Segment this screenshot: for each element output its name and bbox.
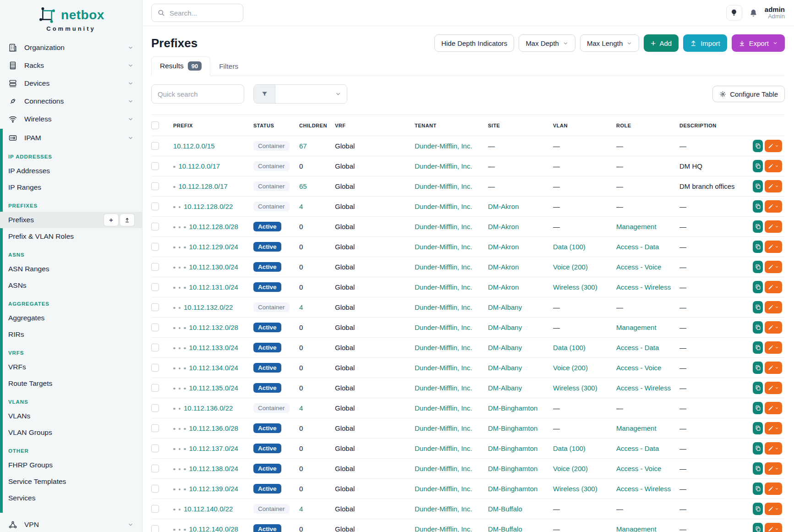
sidebar-group-devices[interactable]: Devices <box>0 74 142 92</box>
sidebar-item-fhrp-groups[interactable]: FHRP Groups <box>0 457 142 473</box>
sidebar-group-vpn[interactable]: VPN <box>0 516 142 532</box>
site-link[interactable]: DM-Binghamton <box>488 424 537 432</box>
edit-prefix-button[interactable] <box>765 220 782 233</box>
edit-prefix-button[interactable] <box>765 402 782 414</box>
role-link[interactable]: Access - Data <box>616 344 659 351</box>
prefix-link[interactable]: 10.112.132.0/28 <box>189 324 238 331</box>
edit-prefix-button[interactable] <box>765 180 782 192</box>
sidebar-group-wireless[interactable]: Wireless <box>0 110 142 128</box>
role-link[interactable]: Access - Wireless <box>616 384 671 392</box>
site-link[interactable]: DM-Binghamton <box>488 404 537 412</box>
row-checkbox[interactable] <box>151 324 159 331</box>
prefix-link[interactable]: 10.112.134.0/24 <box>189 364 238 372</box>
prefix-link[interactable]: 10.112.136.0/28 <box>189 424 238 432</box>
theme-toggle-button[interactable] <box>726 5 742 21</box>
prefix-link[interactable]: 10.112.0.0/17 <box>179 162 220 170</box>
tab-filters[interactable]: Filters <box>210 57 247 76</box>
configure-table-button[interactable]: Configure Table <box>712 86 785 102</box>
tenant-link[interactable]: Dunder-Mifflin, Inc. <box>415 243 472 251</box>
site-link[interactable]: DM-Binghamton <box>488 485 537 493</box>
tenant-link[interactable]: Dunder-Mifflin, Inc. <box>415 303 472 311</box>
site-link[interactable]: DM-Albany <box>488 384 522 392</box>
edit-prefix-button[interactable] <box>765 281 782 293</box>
prefix-link[interactable]: 10.112.132.0/22 <box>184 303 233 311</box>
clone-prefix-button[interactable] <box>753 180 763 192</box>
prefix-link[interactable]: 10.112.128.0/28 <box>189 223 238 230</box>
edit-prefix-button[interactable] <box>765 241 782 253</box>
clone-prefix-button[interactable] <box>753 261 763 273</box>
vlan-link[interactable]: Wireless (300) <box>553 485 597 493</box>
children-count-link[interactable]: 67 <box>299 142 307 150</box>
prefix-link[interactable]: 10.112.130.0/24 <box>189 263 238 271</box>
add-button[interactable]: + Add <box>644 34 679 52</box>
row-checkbox[interactable] <box>151 303 159 311</box>
col-header-prefix[interactable]: PREFIX <box>173 115 253 136</box>
prefix-link[interactable]: 10.112.135.0/24 <box>189 384 238 392</box>
clone-prefix-button[interactable] <box>753 301 763 313</box>
clone-prefix-button[interactable] <box>753 462 763 475</box>
row-checkbox[interactable] <box>151 384 159 392</box>
edit-prefix-button[interactable] <box>765 483 782 495</box>
clone-prefix-button[interactable] <box>753 402 763 414</box>
tenant-link[interactable]: Dunder-Mifflin, Inc. <box>415 324 472 331</box>
row-checkbox[interactable] <box>151 344 159 351</box>
tenant-link[interactable]: Dunder-Mifflin, Inc. <box>415 142 472 150</box>
row-checkbox[interactable] <box>151 525 159 532</box>
tenant-link[interactable]: Dunder-Mifflin, Inc. <box>415 364 472 372</box>
row-checkbox[interactable] <box>151 182 159 190</box>
col-header-description[interactable]: DESCRIPTION <box>679 115 753 136</box>
tenant-link[interactable]: Dunder-Mifflin, Inc. <box>415 162 472 170</box>
clone-prefix-button[interactable] <box>753 503 763 515</box>
edit-prefix-button[interactable] <box>765 462 782 475</box>
role-link[interactable]: Management <box>616 525 657 532</box>
role-link[interactable]: Access - Data <box>616 243 659 251</box>
clone-prefix-button[interactable] <box>753 140 763 152</box>
children-count-link[interactable]: 4 <box>299 203 303 210</box>
netbox-logo[interactable]: netbox <box>0 0 142 25</box>
site-link[interactable]: DM-Akron <box>488 223 519 230</box>
site-link[interactable]: DM-Buffalo <box>488 525 522 532</box>
edit-prefix-button[interactable] <box>765 442 782 455</box>
site-link[interactable]: DM-Akron <box>488 203 519 210</box>
clone-prefix-button[interactable] <box>753 362 763 374</box>
sidebar-item-vrfs[interactable]: VRFs <box>0 359 142 375</box>
sidebar-item-prefix-vlan-roles[interactable]: Prefix & VLAN Roles <box>0 228 142 245</box>
tenant-link[interactable]: Dunder-Mifflin, Inc. <box>415 384 472 392</box>
tenant-link[interactable]: Dunder-Mifflin, Inc. <box>415 465 472 472</box>
site-link[interactable]: DM-Albany <box>488 303 522 311</box>
export-button[interactable]: Export <box>732 34 785 52</box>
sidebar-item-aggregates[interactable]: Aggregates <box>0 310 142 326</box>
edit-prefix-button[interactable] <box>765 523 782 532</box>
role-link[interactable]: Management <box>616 324 657 331</box>
sidebar-group-connections[interactable]: Connections <box>0 92 142 110</box>
sidebar-item-asn-ranges[interactable]: ASN Ranges <box>0 261 142 277</box>
col-header-status[interactable]: STATUS <box>253 115 299 136</box>
row-checkbox[interactable] <box>151 162 159 170</box>
row-checkbox[interactable] <box>151 283 159 291</box>
role-link[interactable]: Access - Voice <box>616 263 661 271</box>
site-link[interactable]: DM-Buffalo <box>488 505 522 513</box>
edit-prefix-button[interactable] <box>765 503 782 515</box>
sidebar-item-vlans[interactable]: VLANs <box>0 408 142 424</box>
col-header-tenant[interactable]: TENANT <box>415 115 488 136</box>
col-header-vrf[interactable]: VRF <box>335 115 415 136</box>
clone-prefix-button[interactable] <box>753 422 763 434</box>
clone-prefix-button[interactable] <box>753 382 763 394</box>
prefix-link[interactable]: 10.112.0.0/15 <box>173 142 215 150</box>
edit-prefix-button[interactable] <box>765 422 782 434</box>
vlan-link[interactable]: Wireless (300) <box>553 283 597 291</box>
max-length-dropdown[interactable]: Max Length <box>580 34 639 52</box>
edit-prefix-button[interactable] <box>765 341 782 354</box>
prefix-link[interactable]: 10.112.131.0/24 <box>189 283 238 291</box>
tenant-link[interactable]: Dunder-Mifflin, Inc. <box>415 344 472 351</box>
clone-prefix-button[interactable] <box>753 200 763 213</box>
site-link[interactable]: DM-Albany <box>488 344 522 351</box>
col-header-children[interactable]: CHILDREN <box>299 115 335 136</box>
sidebar-group-organization[interactable]: Organization <box>0 38 142 56</box>
clone-prefix-button[interactable] <box>753 442 763 455</box>
row-checkbox[interactable] <box>151 263 159 271</box>
role-link[interactable]: Access - Wireless <box>616 283 671 291</box>
add-prefix-mini-button[interactable] <box>104 214 119 226</box>
edit-prefix-button[interactable] <box>765 261 782 273</box>
clone-prefix-button[interactable] <box>753 523 763 532</box>
